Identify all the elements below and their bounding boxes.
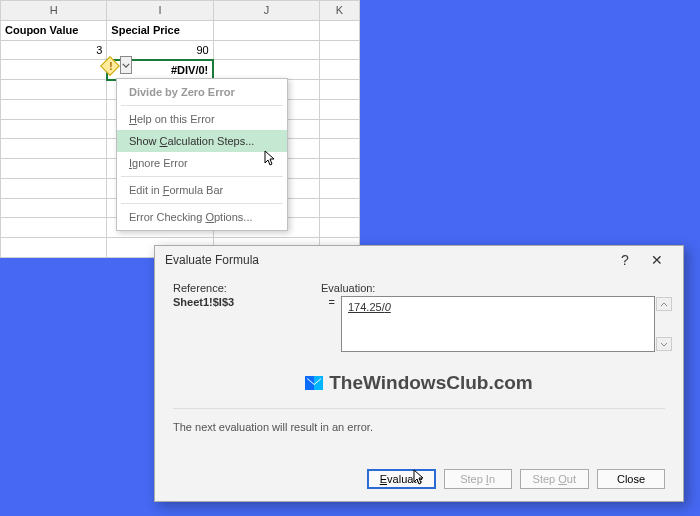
chevron-up-icon xyxy=(660,302,668,307)
dialog-status-message: The next evaluation will result in an er… xyxy=(173,408,665,433)
cursor-icon xyxy=(413,469,427,487)
dialog-title-text: Evaluate Formula xyxy=(165,253,259,267)
menu-show-calc-steps[interactable]: Show Calculation Steps... xyxy=(117,130,287,152)
chevron-down-icon xyxy=(660,342,668,347)
col-header-h[interactable]: H xyxy=(1,1,107,21)
cell-j3[interactable] xyxy=(213,60,319,80)
evaluation-label: Evaluation: xyxy=(321,282,655,294)
envelope-icon xyxy=(305,376,323,390)
evaluation-box[interactable]: 174.25/0 xyxy=(341,296,655,352)
close-button[interactable]: Close xyxy=(597,469,665,489)
cell-h2[interactable]: 3 xyxy=(1,40,107,60)
formula-text: 174.25/0 xyxy=(348,301,391,313)
menu-edit-formula-bar[interactable]: Edit in Formula Bar xyxy=(117,179,287,201)
step-out-button[interactable]: Step Out xyxy=(520,469,589,489)
menu-error-options[interactable]: Error Checking Options... xyxy=(117,206,287,228)
cell-k3[interactable] xyxy=(320,60,360,80)
scroll-down-button[interactable] xyxy=(656,337,672,351)
error-context-menu: Divide by Zero Error Help on this Error … xyxy=(116,78,288,231)
error-dropdown-button[interactable] xyxy=(120,56,132,74)
scroll-up-button[interactable] xyxy=(656,297,672,311)
evaluate-formula-dialog: Evaluate Formula ? ✕ Reference: Sheet1!$… xyxy=(154,245,684,502)
dialog-titlebar[interactable]: Evaluate Formula ? ✕ xyxy=(155,246,683,274)
col-header-j[interactable]: J xyxy=(213,1,319,21)
step-in-button[interactable]: Step In xyxy=(444,469,512,489)
reference-value: Sheet1!$I$3 xyxy=(173,296,321,308)
col-header-i[interactable]: I xyxy=(107,1,213,21)
col-header-k[interactable]: K xyxy=(320,1,360,21)
reference-label: Reference: xyxy=(173,282,321,294)
cell-h1[interactable]: Coupon Value xyxy=(1,20,107,40)
cell-h3[interactable] xyxy=(1,60,107,80)
chevron-down-icon xyxy=(122,63,130,68)
menu-separator xyxy=(121,203,283,204)
dialog-close-button[interactable]: ✕ xyxy=(641,252,673,268)
equals-sign: = xyxy=(321,296,335,308)
cell-k2[interactable] xyxy=(320,40,360,60)
menu-ignore-error[interactable]: Ignore Error xyxy=(117,152,287,174)
cell-k1[interactable] xyxy=(320,20,360,40)
menu-separator xyxy=(121,105,283,106)
cursor-icon xyxy=(264,150,278,168)
menu-help-error[interactable]: Help on this Error xyxy=(117,108,287,130)
menu-separator xyxy=(121,176,283,177)
cell-i1[interactable]: Special Price xyxy=(107,20,213,40)
cell-j2[interactable] xyxy=(213,40,319,60)
dialog-help-button[interactable]: ? xyxy=(609,252,641,268)
menu-title: Divide by Zero Error xyxy=(117,81,287,103)
cell-j1[interactable] xyxy=(213,20,319,40)
watermark: TheWindowsClub.com xyxy=(173,372,665,394)
